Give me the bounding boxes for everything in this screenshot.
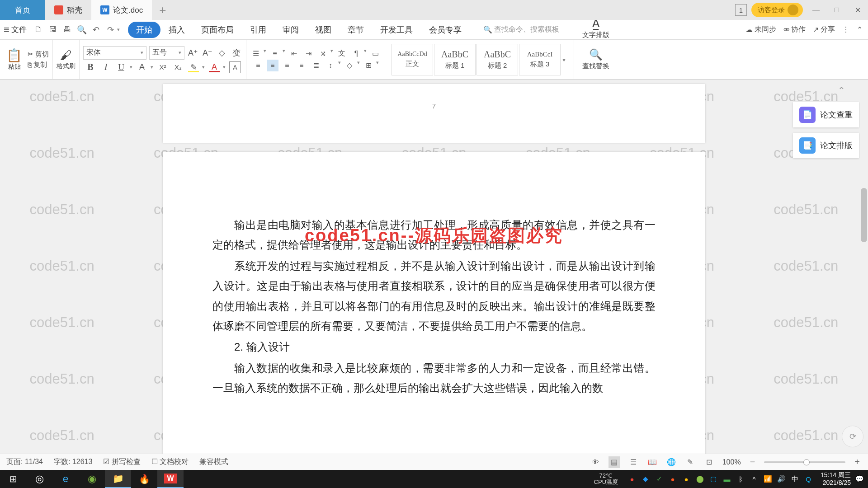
taskbar-dev[interactable]: 🔥 [131, 470, 157, 488]
sort-button[interactable]: ⤨ [317, 48, 329, 60]
menu-view[interactable]: 视图 [307, 22, 340, 38]
tab-count[interactable]: 1 [735, 4, 747, 16]
vertical-scrollbar[interactable] [860, 80, 868, 470]
align-left-button[interactable]: ≡ [252, 60, 264, 71]
menu-insert[interactable]: 插入 [160, 22, 193, 38]
bold-button[interactable]: B [85, 61, 96, 73]
tray-bluetooth-icon[interactable]: ᛒ [736, 474, 745, 484]
align-right-button[interactable]: ≡ [281, 60, 293, 71]
read-view-button[interactable]: 📖 [646, 456, 658, 468]
close-button[interactable]: ✕ [847, 1, 868, 19]
bullet-list-button[interactable]: ☰ [250, 48, 262, 60]
superscript-button[interactable]: X² [157, 61, 169, 73]
thesis-layout-button[interactable]: 📑论文排版 [793, 133, 859, 158]
find-replace-button[interactable]: 🔍查找替换 [582, 48, 609, 70]
tray-icon[interactable]: ◆ [641, 474, 651, 484]
qat-dropdown-icon[interactable]: ▾ [117, 27, 120, 33]
style-h3[interactable]: AaBbCcI标题 3 [519, 44, 561, 75]
cut-button[interactable]: ✂ 剪切 [28, 50, 49, 59]
float-assistant-button[interactable]: ⟳ [842, 426, 863, 447]
menu-chapter[interactable]: 章节 [340, 22, 372, 38]
more-menu[interactable]: ⋮ [842, 25, 849, 34]
edit-mode-button[interactable]: ✎ [684, 456, 696, 468]
style-h1[interactable]: AaBbC标题 1 [434, 44, 476, 75]
border-button[interactable]: ⊞ [363, 60, 374, 71]
thesis-check-button[interactable]: 📄论文查重 [793, 102, 859, 127]
tray-qq-icon[interactable]: Q [803, 474, 813, 484]
shrink-font-button[interactable]: A⁻ [202, 47, 213, 59]
tray-icon[interactable]: ● [627, 474, 637, 484]
outline-view-button[interactable]: ☰ [627, 456, 639, 468]
collapse-side-button[interactable]: ⌃ [838, 85, 845, 96]
align-justify-button[interactable]: ≡ [296, 60, 307, 71]
search-command-input[interactable]: 🔍查找命令、搜索模板 [483, 25, 559, 34]
tray-icon[interactable]: ▬ [722, 474, 732, 484]
shading-button[interactable]: ◇ [344, 60, 355, 71]
zoom-thumb[interactable] [803, 459, 810, 465]
scroll-thumb[interactable] [861, 188, 867, 242]
tray-icon[interactable]: ⬤ [695, 474, 705, 484]
add-tab-button[interactable]: + [152, 3, 173, 17]
font-select[interactable]: 宋体▾ [83, 46, 146, 60]
italic-button[interactable]: I [100, 61, 112, 73]
align-center-button[interactable]: ≡ [267, 60, 278, 71]
taskbar-app-1[interactable]: ◎ [26, 470, 52, 488]
page-break-button[interactable]: ▭ [369, 48, 381, 60]
strike-button[interactable]: A [136, 61, 148, 73]
taskbar-browser[interactable]: ◉ [79, 470, 105, 488]
char-border-button[interactable]: A [229, 61, 241, 73]
start-button[interactable]: ⊞ [0, 470, 26, 488]
taskbar-ie[interactable]: e [52, 470, 79, 488]
qat-print-icon[interactable]: 🖶 [61, 24, 73, 36]
zoom-out-button[interactable]: − [748, 457, 757, 467]
spell-check-toggle[interactable]: ☑ 拼写检查 [103, 457, 140, 467]
grow-font-button[interactable]: A⁺ [187, 47, 199, 59]
qat-undo-icon[interactable]: ↶ [90, 24, 102, 36]
collab-button[interactable]: ⚮协作 [783, 25, 806, 34]
underline-button[interactable]: U [115, 61, 127, 73]
taskbar-explorer[interactable]: 📁 [105, 470, 131, 488]
menu-devtools[interactable]: 开发工具 [372, 22, 421, 38]
style-body[interactable]: AaBbCcDd正文 [392, 44, 433, 75]
styles-more-button[interactable]: ▾ [561, 54, 567, 65]
indent-dec-button[interactable]: ⇤ [288, 48, 300, 60]
style-h2[interactable]: AaBbC标题 2 [476, 44, 518, 75]
tray-icon[interactable]: ● [668, 474, 678, 484]
tray-icon[interactable]: ✓ [654, 474, 664, 484]
minimize-button[interactable]: — [806, 1, 826, 19]
eye-mode-button[interactable]: 👁 [590, 456, 601, 468]
text-color-button[interactable]: A [208, 61, 220, 73]
menu-layout[interactable]: 页面布局 [193, 22, 242, 38]
tray-icon[interactable]: ● [681, 474, 691, 484]
qat-save2-icon[interactable]: 🖫 [47, 24, 59, 36]
web-view-button[interactable]: 🌐 [665, 456, 677, 468]
tray-ime-icon[interactable]: 中 [790, 474, 800, 484]
paste-icon[interactable]: 📋 [6, 48, 22, 63]
collapse-ribbon-button[interactable]: ⌃ [857, 25, 863, 34]
temp-widget[interactable]: 72℃CPU温度 [594, 473, 618, 486]
format-brush-icon[interactable]: 🖌 [60, 48, 72, 62]
highlight-button[interactable]: ✎ [188, 61, 199, 73]
menu-ref[interactable]: 引用 [242, 22, 274, 38]
tray-volume-icon[interactable]: 🔊 [776, 474, 786, 484]
line-spacing-button[interactable]: ↕ [325, 60, 336, 71]
phonetic-button[interactable]: 变 [231, 47, 242, 59]
proof-toggle[interactable]: ☐ 文档校对 [151, 457, 189, 467]
tab-daoke[interactable]: 稻壳 [45, 0, 91, 20]
fit-button[interactable]: ⊡ [703, 456, 715, 468]
sync-button[interactable]: ☁未同步 [745, 25, 776, 34]
menu-member[interactable]: 会员专享 [421, 22, 470, 38]
notification-center-button[interactable]: 💬 [854, 474, 864, 484]
qat-save-icon[interactable]: 🗋 [33, 24, 44, 36]
size-select[interactable]: 五号▾ [149, 46, 184, 60]
menu-review[interactable]: 审阅 [274, 22, 307, 38]
page-current[interactable]: 输出是由电脑对输入的基本信息进行加工处理，形成高质量的有效信息，并使之具有一定的… [163, 152, 705, 470]
copy-button[interactable]: ⎘ 复制 [28, 61, 49, 69]
subscript-button[interactable]: X₂ [172, 61, 184, 73]
tab-doc[interactable]: W论文.doc [91, 0, 152, 20]
taskbar-wps[interactable]: W [157, 470, 184, 488]
clear-format-button[interactable]: ◇ [216, 47, 228, 59]
maximize-button[interactable]: □ [826, 1, 847, 19]
file-menu[interactable]: 文件 [11, 24, 27, 35]
qat-redo-icon[interactable]: ↷ [105, 24, 117, 36]
